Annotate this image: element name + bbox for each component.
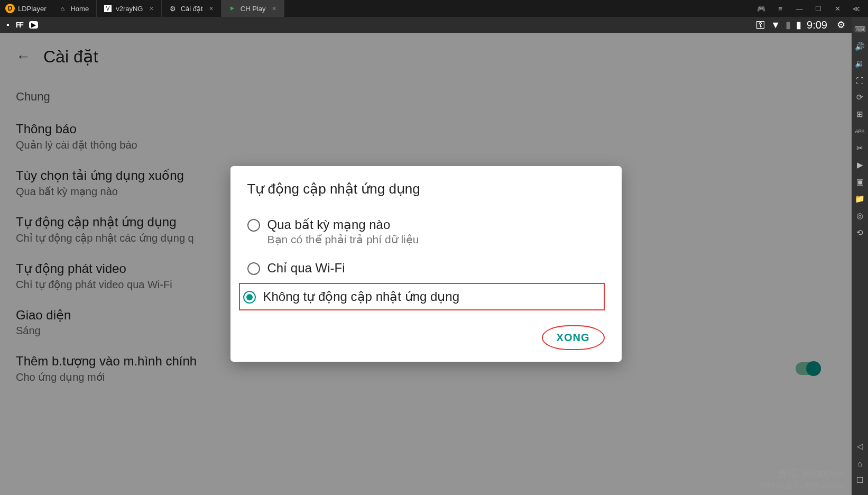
emulator-toolbar: ⌨ 🔊 🔉 ⛶ ⟳ ⊞ APK ✂ ▶ ▣ 📁 ◎ ⟲ ◁ ⌂ ☐ <box>852 17 868 495</box>
sync-icon[interactable]: ⟳ <box>852 90 868 105</box>
ff-icon: FF <box>16 21 23 29</box>
close-window-icon[interactable]: ✕ <box>831 2 844 15</box>
settings-gear-icon[interactable]: ⚙ <box>837 19 845 31</box>
titlebar-controls: 🎮 ≡ — ☐ ✕ ≪ <box>750 2 868 15</box>
back-nav-icon[interactable]: ◁ <box>852 439 868 454</box>
home-nav-icon[interactable]: ⌂ <box>852 456 868 471</box>
tab-bar: ⌂ Home V v2rayNG × ⚙ Cài đặt × CH Play × <box>51 0 284 17</box>
app-logo: D LDPlayer <box>0 4 51 13</box>
close-icon[interactable]: × <box>149 4 153 13</box>
expand-icon[interactable]: ≪ <box>850 2 863 15</box>
dialog-title: Tự động cập nhật ứng dụng <box>247 181 605 197</box>
close-icon[interactable]: × <box>209 4 214 13</box>
clock: 9:09 <box>807 19 827 31</box>
app-name: LDPlayer <box>18 5 46 13</box>
key-icon: ⚿ <box>756 20 765 31</box>
location-icon[interactable]: ◎ <box>852 208 868 223</box>
add-icon[interactable]: ⊞ <box>852 107 868 122</box>
minimize-icon[interactable]: — <box>793 2 806 15</box>
folder-icon[interactable]: 📁 <box>852 191 868 206</box>
apk-icon[interactable]: APK <box>852 124 868 139</box>
maximize-icon[interactable]: ☐ <box>812 2 825 15</box>
tab-v2rayng[interactable]: V v2rayNG × <box>97 0 161 17</box>
radio-no-auto-update[interactable]: Không tự động cập nhật ứng dụng <box>239 283 605 310</box>
radio-icon <box>247 219 260 232</box>
rotate-icon[interactable]: ⟲ <box>852 225 868 240</box>
emulator-viewport: ▪ FF ▶ ⚿ ▼ ▮ ▮ 9:09 ⚙ ← Cài đặt Chung Th… <box>0 17 852 495</box>
done-button[interactable]: XONG <box>542 325 605 350</box>
radio-label: Chỉ qua Wi-Fi <box>267 261 345 276</box>
gamepad-icon[interactable]: 🎮 <box>755 2 768 15</box>
tab-caidat[interactable]: ⚙ Cài đặt × <box>162 0 221 17</box>
tab-label: Home <box>70 5 89 13</box>
volume-down-icon[interactable]: 🔉 <box>852 56 868 71</box>
android-statusbar: ▪ FF ▶ ⚿ ▼ ▮ ▮ 9:09 ⚙ <box>0 17 852 33</box>
auto-update-dialog: Tự động cập nhật ứng dụng Qua bất kỳ mạn… <box>230 166 622 362</box>
record-icon[interactable]: ▶ <box>852 158 868 172</box>
home-icon: ⌂ <box>59 5 66 12</box>
play-icon <box>229 5 236 12</box>
tab-home[interactable]: ⌂ Home <box>51 0 97 17</box>
wifi-icon: ▼ <box>771 20 780 31</box>
chat-icon: ▪ <box>6 20 10 30</box>
close-icon[interactable]: × <box>272 4 276 13</box>
signal-icon: ▮ <box>786 19 791 31</box>
fullscreen-icon[interactable]: ⛶ <box>852 73 868 88</box>
battery-icon: ▮ <box>796 19 801 31</box>
youtube-icon: ▶ <box>29 21 38 29</box>
dialog-layer: Tự động cập nhật ứng dụng Qua bất kỳ mạn… <box>0 33 852 495</box>
radio-any-network[interactable]: Qua bất kỳ mạng nào Bạn có thể phải trả … <box>247 210 605 253</box>
gear-icon: ⚙ <box>169 5 177 12</box>
tab-chplay[interactable]: CH Play × <box>221 0 284 17</box>
radio-label: Qua bất kỳ mạng nào <box>267 217 419 232</box>
tab-label: v2rayNG <box>116 5 143 13</box>
scissors-icon[interactable]: ✂ <box>852 141 868 155</box>
tab-label: Cài đặt <box>181 5 203 13</box>
radio-wifi-only[interactable]: Chỉ qua Wi-Fi <box>247 253 605 283</box>
radio-icon <box>247 262 260 275</box>
recent-nav-icon[interactable]: ☐ <box>852 473 868 488</box>
screenshot-icon[interactable]: ▣ <box>852 175 868 189</box>
volume-up-icon[interactable]: 🔊 <box>852 39 868 54</box>
tab-label: CH Play <box>241 5 266 13</box>
radio-icon-selected <box>243 291 256 304</box>
radio-label: Không tự động cập nhật ứng dụng <box>263 289 460 304</box>
v2ray-icon: V <box>104 5 112 12</box>
menu-icon[interactable]: ≡ <box>774 2 787 15</box>
ldplayer-icon: D <box>5 4 15 13</box>
titlebar: D LDPlayer ⌂ Home V v2rayNG × ⚙ Cài đặt … <box>0 0 868 17</box>
keyboard-icon[interactable]: ⌨ <box>852 22 868 37</box>
radio-sublabel: Bạn có thể phải trả phí dữ liệu <box>267 233 419 246</box>
